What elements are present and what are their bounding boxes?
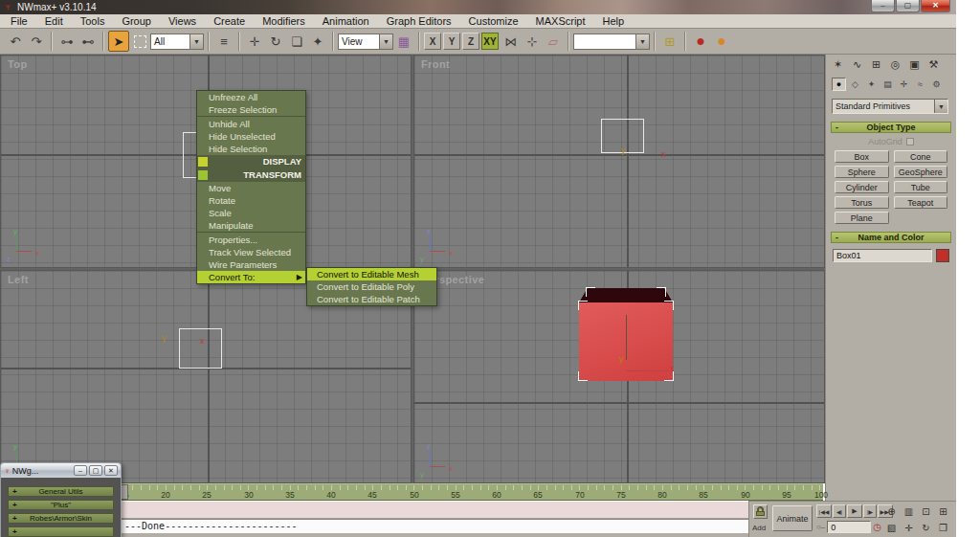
lights-category-icon[interactable]: ✦ (864, 78, 879, 91)
teapot-button[interactable]: Teapot (894, 196, 948, 209)
play-button[interactable]: ▶ (847, 504, 862, 518)
schematic-view-icon[interactable]: ⊞ (659, 31, 680, 52)
quad-header-transform[interactable]: TRANSFORM (197, 168, 305, 182)
zoom-extents-icon[interactable]: ⊡ (918, 503, 934, 519)
material-editor-icon[interactable]: ● (690, 31, 711, 52)
utilities-tab-icon[interactable]: ⚒ (925, 57, 942, 72)
selection-region-icon[interactable] (129, 31, 150, 52)
previous-frame-button[interactable]: ◀| (833, 504, 846, 518)
mirror-icon[interactable]: ⋈ (501, 31, 522, 52)
menu-customize[interactable]: Customize (460, 14, 527, 28)
named-selection-sets-dropdown[interactable]: ▼ (573, 34, 650, 50)
create-tab-icon[interactable]: ✶ (830, 57, 846, 72)
primitive-category-dropdown[interactable]: Standard Primitives ▼ (832, 99, 948, 114)
menu-tools[interactable]: Tools (72, 14, 114, 28)
current-frame-field[interactable]: 0 (827, 521, 871, 533)
redo-icon[interactable]: ↷ (26, 31, 47, 52)
rollout-robes-armor-skin[interactable]: + Robes\Armor\Skin (8, 513, 114, 524)
maximize-button[interactable]: ▢ (896, 0, 920, 12)
min-max-toggle-icon[interactable]: ❐ (935, 520, 951, 535)
hierarchy-tab-icon[interactable]: ⊞ (868, 57, 884, 72)
go-to-start-button[interactable]: |◀◀ (816, 504, 832, 518)
select-and-link-icon[interactable]: ⊶ (56, 31, 78, 52)
render-icon[interactable]: ● (711, 31, 732, 52)
track-bar[interactable] (0, 502, 823, 519)
dropdown-arrow-icon[interactable]: ▼ (189, 34, 203, 49)
motion-tab-icon[interactable]: ◎ (887, 57, 903, 72)
menu-item-hide-selection[interactable]: Hide Selection (197, 143, 305, 155)
menu-create[interactable]: Create (205, 14, 254, 28)
viewport-label-top[interactable]: Top (8, 58, 28, 70)
menu-item-convert-to[interactable]: Convert To: ▶ (197, 271, 305, 283)
restrict-x-button[interactable]: X (424, 33, 441, 50)
object-name-field[interactable]: Box01 (833, 249, 932, 262)
autogrid-checkbox[interactable] (906, 138, 914, 145)
menu-graph-editors[interactable]: Graph Editors (378, 14, 460, 28)
menu-item-unfreeze-all[interactable]: Unfreeze All (197, 91, 305, 103)
helpers-category-icon[interactable]: ✛ (897, 78, 911, 91)
dropdown-arrow-icon[interactable]: ▼ (379, 34, 392, 49)
shapes-category-icon[interactable]: ◇ (848, 78, 862, 91)
menu-edit[interactable]: Edit (36, 14, 72, 28)
region-zoom-icon[interactable]: ▧ (883, 520, 900, 535)
manipulate-icon[interactable]: ✦ (307, 31, 328, 52)
zoom-all-icon[interactable]: ▥ (901, 503, 917, 519)
menu-animation[interactable]: Animation (314, 14, 378, 28)
menu-file[interactable]: File (2, 14, 36, 28)
restrict-z-button[interactable]: Z (462, 33, 479, 50)
menu-item-unhide-all[interactable]: Unhide All (197, 118, 305, 130)
viewport-label-left[interactable]: Left (8, 274, 29, 285)
move-icon[interactable]: ✛ (244, 31, 265, 52)
restrict-y-button[interactable]: Y (443, 33, 460, 50)
arc-rotate-icon[interactable]: ↻ (918, 520, 934, 535)
pivot-center-icon[interactable]: ▦ (393, 31, 414, 52)
spacewarps-category-icon[interactable]: ≈ (913, 78, 927, 91)
systems-category-icon[interactable]: ⚙ (929, 78, 944, 91)
menu-item-freeze-selection[interactable]: Freeze Selection (197, 103, 305, 116)
menu-item-move[interactable]: Move (197, 182, 305, 194)
undo-icon[interactable]: ↶ (5, 31, 26, 52)
menu-item-hide-unselected[interactable]: Hide Unselected (197, 130, 305, 143)
rollout-partial[interactable]: + (8, 526, 114, 537)
zoom-extents-all-icon[interactable]: ⊞ (935, 503, 951, 519)
modify-tab-icon[interactable]: ∿ (849, 57, 865, 72)
plane-button[interactable]: Plane (835, 212, 889, 224)
select-object-button[interactable]: ➤ (108, 31, 129, 52)
torus-button[interactable]: Torus (835, 196, 889, 209)
unlink-selection-icon[interactable]: ⊷ (78, 31, 99, 52)
object-color-swatch[interactable] (936, 249, 949, 262)
menu-group[interactable]: Group (113, 14, 160, 28)
viewport-front[interactable]: y x Front z x y (413, 55, 825, 268)
layer-manager-icon[interactable]: ▱ (543, 31, 564, 52)
pan-icon[interactable]: ✛ (901, 520, 917, 535)
select-by-name-icon[interactable]: ≡ (213, 31, 234, 52)
close-button[interactable]: ✕ (921, 0, 950, 12)
dropdown-arrow-icon[interactable]: ▼ (934, 100, 947, 113)
quad-header-display[interactable]: DISPLAY (197, 155, 305, 168)
cone-button[interactable]: Cone (894, 150, 948, 163)
menu-item-properties[interactable]: Properties... (197, 234, 305, 246)
key-mode-icon[interactable]: ○– (816, 523, 825, 531)
menu-item-manipulate[interactable]: Manipulate (197, 219, 305, 232)
rollout-plus[interactable]: + "Plus" (8, 500, 114, 510)
align-icon[interactable]: ⊹ (522, 31, 543, 52)
viewport-label-front[interactable]: Front (421, 58, 450, 70)
rotate-icon[interactable]: ↻ (265, 31, 286, 52)
reference-coordinate-dropdown[interactable]: View ▼ (338, 34, 393, 50)
restrict-xy-plane-button[interactable]: XY (481, 33, 499, 50)
name-and-color-rollout-header[interactable]: - Name and Color (831, 232, 951, 243)
sphere-button[interactable]: Sphere (835, 166, 889, 178)
selection-filter-dropdown[interactable]: All ▼ (150, 34, 204, 50)
zoom-icon[interactable]: ⊕ (883, 503, 900, 519)
box01-object[interactable]: y x (579, 288, 673, 381)
menu-maxscript[interactable]: MAXScript (527, 14, 594, 28)
cylinder-button[interactable]: Cylinder (835, 181, 889, 193)
menu-modifiers[interactable]: Modifiers (254, 14, 314, 28)
time-configuration-icon[interactable]: ◷ (873, 522, 881, 532)
geosphere-button[interactable]: GeoSphere (894, 166, 948, 178)
box-button[interactable]: Box (835, 150, 889, 163)
viewport-perspective[interactable]: Perspective y x z x y (413, 270, 825, 483)
minimize-button[interactable]: – (871, 0, 895, 12)
menu-item-convert-editable-mesh[interactable]: Convert to Editable Mesh (307, 268, 436, 280)
scale-icon[interactable]: ❏ (286, 31, 307, 52)
